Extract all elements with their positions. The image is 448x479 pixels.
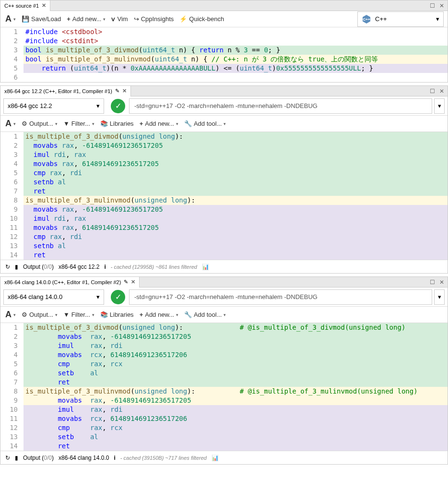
add-new-button[interactable]: +Add new...▾ [140, 311, 178, 318]
code-content[interactable]: #include <cstdbool> [24, 27, 448, 36]
code-content[interactable]: #include <cstdint> [24, 36, 448, 46]
code-content[interactable]: bool is_multiple_of_3_divmod(uint64_t n)… [24, 46, 448, 55]
code-line[interactable]: 14 ret [0, 251, 448, 260]
code-line[interactable]: 10 imul rax, rdi [0, 405, 448, 414]
code-line[interactable]: 14 ret [0, 442, 448, 451]
font-button[interactable]: A▾ [5, 119, 16, 129]
code-content[interactable]: return (uint64_t)(n * 0xAAAAAAAAAAAAAAAB… [24, 64, 448, 73]
info-icon[interactable]: i [114, 455, 115, 461]
close-icon[interactable]: ✕ [42, 2, 46, 9]
clang-output[interactable]: 1is_multiple_of_3_divmod(unsigned long):… [0, 323, 448, 451]
code-content[interactable]: is_multiple_of_3_mulinvmod(unsigned long… [24, 196, 448, 205]
close-icon[interactable]: ✕ [131, 279, 135, 285]
reload-icon[interactable]: ↻ [5, 263, 10, 270]
compiler-select[interactable]: x86-64 clang 14.0.0 ▾ [3, 289, 104, 305]
save-button[interactable]: 💾Save/Load [22, 15, 61, 23]
compiler-options-input[interactable]: -std=gnu++17 -O2 -march=nehalem -mtune=n… [129, 289, 432, 305]
compiler-options-input[interactable]: -std=gnu++17 -O2 -march=nehalem -mtune=n… [129, 98, 432, 114]
code-line[interactable]: 6 setnb al [0, 178, 448, 187]
code-content[interactable]: is_multiple_of_3_divmod(unsigned long): … [24, 323, 448, 332]
code-line[interactable]: 10 imul rdi, rax [0, 214, 448, 223]
code-line[interactable]: 2 movabs rax, -6148914691236517205 [0, 332, 448, 341]
code-content[interactable]: movabs rcx, 6148914691236517206 [24, 350, 448, 359]
code-content[interactable]: ret [24, 378, 448, 387]
source-tab[interactable]: C++ source #1 ✕ [0, 0, 50, 11]
code-line[interactable]: 1is_multiple_of_3_divmod(unsigned long): [0, 132, 448, 141]
code-content[interactable]: movabs rax, 6148914691236517205 [24, 223, 448, 232]
output-button[interactable]: ⚙Output...▾ [22, 311, 58, 318]
code-content[interactable]: cmp rax, rcx [24, 423, 448, 432]
code-line[interactable]: 11 movabs rcx, 6148914691236517206 [0, 414, 448, 423]
code-line[interactable]: 6 setb al [0, 369, 448, 378]
add-new-button[interactable]: +Add new...▾ [140, 120, 178, 127]
code-content[interactable]: ret [24, 442, 448, 451]
code-line[interactable]: 9 movabs rax, -6148914691236517205 [0, 396, 448, 405]
chart-icon[interactable]: 📊 [212, 455, 219, 461]
quickbench-button[interactable]: ⚡Quick-bench [179, 15, 224, 23]
code-content[interactable]: movabs rax, -6148914691236517205 [24, 141, 448, 150]
code-content[interactable]: imul rax, rdi [24, 405, 448, 414]
code-line[interactable]: 2#include <cstdint> [0, 36, 448, 46]
close-icon[interactable]: ✕ [122, 88, 127, 94]
code-content[interactable]: movabs rax, -6148914691236517205 [24, 396, 448, 405]
code-content[interactable]: imul rax, rdi [24, 341, 448, 350]
options-dropdown[interactable]: ▾ [434, 289, 445, 305]
code-content[interactable]: imul rdi, rax [24, 214, 448, 223]
gcc-output[interactable]: 1is_multiple_of_3_divmod(unsigned long):… [0, 132, 448, 260]
add-new-button[interactable]: +Add new...▾ [67, 15, 106, 23]
code-content[interactable]: imul rdi, rax [24, 150, 448, 159]
code-line[interactable]: 5 cmp rax, rcx [0, 359, 448, 369]
code-content[interactable]: movabs rax, 6148914691236517205 [24, 159, 448, 168]
code-content[interactable]: movabs rcx, 6148914691236517206 [24, 414, 448, 423]
code-line[interactable]: 5 cmp rax, rdi [0, 168, 448, 178]
code-line[interactable]: 7 ret [0, 187, 448, 196]
code-content[interactable]: movabs rax, -6148914691236517205 [24, 205, 448, 214]
font-button[interactable]: A▾ [5, 310, 16, 320]
close-icon[interactable]: ✕ [438, 2, 446, 10]
maximize-icon[interactable]: ☐ [428, 278, 436, 286]
maximize-icon[interactable]: ☐ [428, 87, 436, 95]
code-line[interactable]: 4 movabs rax, 6148914691236517205 [0, 159, 448, 168]
code-line[interactable]: 12 cmp rax, rcx [0, 423, 448, 432]
code-line[interactable]: 8is_multiple_of_3_mulinvmod(unsigned lon… [0, 196, 448, 205]
code-line[interactable]: 4bool is_multiple_of_3_mulinvmod(uint64_… [0, 55, 448, 64]
output-button[interactable]: ⚙Output...▾ [22, 120, 58, 127]
code-content[interactable]: ret [24, 187, 448, 196]
code-content[interactable]: cmp rax, rdi [24, 232, 448, 241]
options-dropdown[interactable]: ▾ [434, 98, 445, 114]
code-line[interactable]: 3 imul rdi, rax [0, 150, 448, 159]
code-line[interactable]: 1is_multiple_of_3_divmod(unsigned long):… [0, 323, 448, 332]
output-icon[interactable]: ▮ [15, 263, 18, 270]
close-icon[interactable]: ✕ [438, 278, 446, 286]
libraries-button[interactable]: 📚Libraries [100, 120, 134, 127]
code-content[interactable]: ret [24, 251, 448, 260]
code-content[interactable]: setb al [24, 432, 448, 442]
code-line[interactable]: 12 cmp rax, rdi [0, 232, 448, 241]
code-line[interactable]: 1#include <cstdbool> [0, 27, 448, 36]
code-content[interactable]: bool is_multiple_of_3_mulinvmod(uint64_t… [24, 55, 448, 64]
add-tool-button[interactable]: 🔧Add tool...▾ [184, 120, 226, 127]
code-line[interactable]: 11 movabs rax, 6148914691236517205 [0, 223, 448, 232]
gcc-tab[interactable]: x86-64 gcc 12.2 (C++, Editor #1, Compile… [0, 86, 131, 96]
output-label[interactable]: Output (0/0) [23, 263, 54, 270]
info-icon[interactable]: i [104, 263, 106, 270]
language-select[interactable]: C++ C++ ▾ [357, 12, 444, 27]
code-line[interactable]: 2 movabs rax, -6148914691236517205 [0, 141, 448, 150]
filter-button[interactable]: ▼Filter...▾ [63, 311, 94, 318]
code-line[interactable]: 4 movabs rcx, 6148914691236517206 [0, 350, 448, 359]
code-line[interactable]: 9 movabs rax, -6148914691236517205 [0, 205, 448, 214]
code-content[interactable]: is_multiple_of_3_divmod(unsigned long): [24, 132, 448, 141]
code-content[interactable]: is_multiple_of_3_mulinvmod(unsigned long… [24, 387, 448, 396]
code-content[interactable]: setnb al [24, 178, 448, 187]
code-content[interactable]: cmp rax, rdi [24, 168, 448, 178]
vim-button[interactable]: ⅴVim [111, 15, 128, 23]
code-line[interactable]: 8is_multiple_of_3_mulinvmod(unsigned lon… [0, 387, 448, 396]
code-line[interactable]: 6 [0, 73, 448, 82]
edit-icon[interactable]: ✎ [115, 88, 119, 94]
close-icon[interactable]: ✕ [438, 87, 446, 95]
libraries-button[interactable]: 📚Libraries [100, 311, 134, 318]
code-content[interactable]: cmp rax, rcx [24, 359, 448, 369]
output-icon[interactable]: ▮ [15, 455, 18, 461]
code-line[interactable]: 3 imul rax, rdi [0, 341, 448, 350]
maximize-icon[interactable]: ☐ [428, 2, 436, 10]
